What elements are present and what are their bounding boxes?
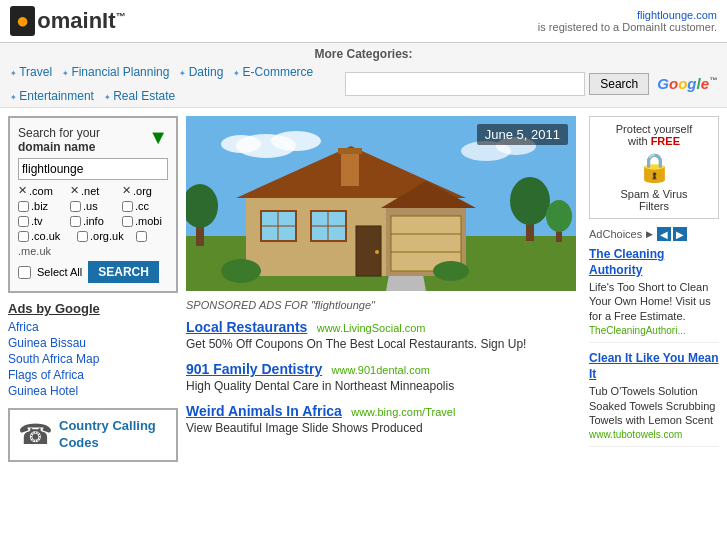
center-content: June 5, 2011 SPONSORED ADS FOR "flightlo…: [186, 116, 581, 462]
svg-point-30: [546, 200, 572, 232]
header-right: flightlounge.com is registered to a Doma…: [538, 9, 717, 33]
meuk-checkbox[interactable]: [136, 231, 147, 242]
us-checkbox[interactable]: [70, 201, 81, 212]
next-arrow-button[interactable]: ▶: [673, 227, 687, 241]
tld-cc-label: .cc: [135, 200, 149, 212]
tld-info-label: .info: [83, 215, 104, 227]
nav-realestate[interactable]: Real Estate: [104, 89, 175, 103]
more-categories-label: More Categories:: [10, 47, 717, 61]
svg-point-24: [375, 250, 379, 254]
registered-text: is registered to a DomainIt customer.: [538, 21, 717, 33]
protect-line1: Protect yourself: [596, 123, 712, 135]
calling-codes-text: Country Calling Codes: [59, 418, 168, 452]
tld-org: ✕ .org: [122, 184, 170, 197]
tld-meuk: [136, 230, 184, 242]
tv-checkbox[interactable]: [18, 216, 29, 227]
right-ad-1: The Cleaning Authority Life's Too Short …: [589, 247, 719, 343]
svg-point-3: [221, 135, 261, 153]
right-ad-2-desc: Tub O'Towels Solution Soaked Towels Scru…: [589, 384, 719, 427]
ad-guinea-hotel[interactable]: Guinea Hotel: [8, 384, 178, 398]
tld-mobi-label: .mobi: [135, 215, 162, 227]
nav-travel[interactable]: Travel: [10, 65, 52, 79]
right-ad-1-title[interactable]: The Cleaning Authority: [589, 247, 719, 278]
ad-south-africa-map[interactable]: South Africa Map: [8, 352, 178, 366]
meuk-label: .me.uk: [18, 245, 168, 257]
svg-point-32: [433, 261, 469, 281]
search-button[interactable]: Search: [589, 73, 649, 95]
tld-com-label: .com: [29, 185, 53, 197]
ad-3-title[interactable]: Weird Animals In Africa: [186, 403, 342, 419]
right-ad-2-title[interactable]: Clean It Like You Mean It: [589, 351, 719, 382]
sponsored-label: SPONSORED ADS FOR "flightlounge": [186, 299, 581, 311]
biz-checkbox[interactable]: [18, 201, 29, 212]
couk-checkbox[interactable]: [18, 231, 29, 242]
net-check-icon: ✕: [70, 184, 79, 197]
tld-cc: .cc: [122, 200, 170, 212]
tld-net-label: .net: [81, 185, 99, 197]
domain-search-box: Search for your domain name ▼ ✕ .com ✕ .…: [8, 116, 178, 293]
tld-us: .us: [70, 200, 118, 212]
header: ● omainIt™ flightlounge.com is registere…: [0, 0, 727, 43]
nav-entertainment[interactable]: Entertainment: [10, 89, 94, 103]
ad-1-title[interactable]: Local Restaurants: [186, 319, 307, 335]
main: Search for your domain name ▼ ✕ .com ✕ .…: [0, 108, 727, 470]
protect-line3: Spam & Virus: [596, 188, 712, 200]
protect-icon: 🔒: [596, 151, 712, 184]
select-all-row: Select All SEARCH: [18, 261, 168, 283]
ad-entry-3: Weird Animals In Africa www.bing.com/Tra…: [186, 403, 581, 435]
mobi-checkbox[interactable]: [122, 216, 133, 227]
domain-search-line1: Search for your: [18, 126, 100, 140]
protect-with-free: with FREE: [596, 135, 712, 147]
tld-net: ✕ .net: [70, 184, 118, 197]
orguk-checkbox[interactable]: [77, 231, 88, 242]
ad-2-desc: High Quality Dental Care in Northeast Mi…: [186, 379, 581, 393]
nav-links: Travel Financial Planning Dating E-Comme…: [10, 65, 717, 103]
ad-2-url: www.901dental.com: [332, 364, 430, 376]
svg-point-28: [510, 177, 550, 225]
nav-ecommerce[interactable]: E-Commerce: [233, 65, 313, 79]
google-logo: Google™: [657, 75, 717, 93]
right-ad-1-desc: Life's Too Short to Clean Your Own Home!…: [589, 280, 719, 323]
calling-codes-box[interactable]: ☎ Country Calling Codes: [8, 408, 178, 462]
site-link[interactable]: flightlounge.com: [637, 9, 717, 21]
tld-info: .info: [70, 215, 118, 227]
com-check-icon: ✕: [18, 184, 27, 197]
ads-title: Ads by Google: [8, 301, 178, 316]
search-input[interactable]: [345, 72, 585, 96]
ad-guinea-bissau[interactable]: Guinea Bissau: [8, 336, 178, 350]
search-domains-button[interactable]: SEARCH: [88, 261, 159, 283]
logo-icon[interactable]: ●: [10, 6, 35, 36]
tld-tv: .tv: [18, 215, 66, 227]
house-date: June 5, 2011: [477, 124, 568, 145]
tld-row-2: .biz .us .cc: [18, 200, 168, 212]
ad-flags[interactable]: Flags of Africa: [8, 368, 178, 382]
domain-search-line2: domain name: [18, 140, 100, 154]
right-ad-2-url: www.tubotowels.com: [589, 429, 719, 440]
nav-financial[interactable]: Financial Planning: [62, 65, 169, 79]
tld-org-label: .org: [133, 185, 152, 197]
adchoices-triangle-icon: ▶: [646, 229, 653, 239]
right-ad-1-url: TheCleaningAuthori...: [589, 325, 719, 336]
logo-text: omainIt™: [37, 8, 125, 34]
house-image: June 5, 2011: [186, 116, 576, 291]
tld-couk-label: .co.uk: [31, 230, 60, 242]
tld-biz-label: .biz: [31, 200, 48, 212]
select-all-checkbox[interactable]: [18, 266, 31, 279]
ad-africa[interactable]: Africa: [8, 320, 178, 334]
logo-tm: ™: [116, 11, 126, 22]
nav-dating[interactable]: Dating: [179, 65, 223, 79]
logo-area: ● omainIt™: [10, 6, 126, 36]
search-area: Search Google™: [345, 72, 717, 96]
nav-left: Travel Financial Planning Dating E-Comme…: [10, 65, 345, 103]
navbar: More Categories: Travel Financial Planni…: [0, 43, 727, 108]
org-check-icon: ✕: [122, 184, 131, 197]
prev-arrow-button[interactable]: ◀: [657, 227, 671, 241]
tld-row-4: .co.uk .org.uk: [18, 230, 168, 242]
adchoices-label: AdChoices: [589, 228, 642, 240]
info-checkbox[interactable]: [70, 216, 81, 227]
domain-input[interactable]: [18, 158, 168, 180]
tld-mobi: .mobi: [122, 215, 170, 227]
ad-2-title[interactable]: 901 Family Dentistry: [186, 361, 322, 377]
svg-rect-15: [341, 151, 359, 186]
cc-checkbox[interactable]: [122, 201, 133, 212]
